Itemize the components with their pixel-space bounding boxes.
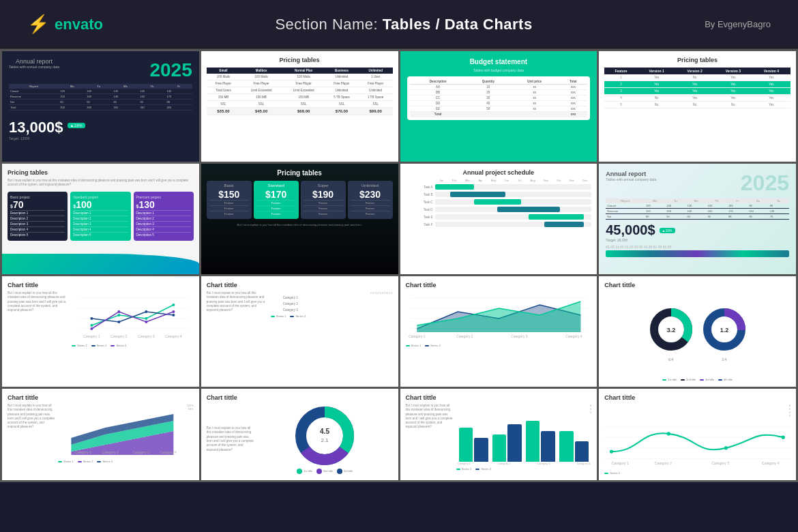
card-r2c4-table: ReportMoTuWeThFrSaSu Casual1201401301201… (606, 198, 789, 220)
card-r2c1: Pricing tables But I must explain to you… (2, 164, 199, 274)
svg-point-8 (90, 317, 93, 320)
svg-text:Category 3: Category 3 (132, 450, 149, 454)
card-r4c3-legend: Series 1 Series 2 (456, 467, 592, 471)
svg-point-5 (117, 314, 120, 316)
bar-row-1: Category 1 (271, 296, 393, 299)
card-r1c1-label: Target: 12000 (9, 136, 192, 141)
card-r2c3-chart: Jan Feb Mar Apr May Jun Jul Aug Sep Oct … (406, 179, 592, 229)
card-r4c2-chart: 4.5 2.1 1st title 2nd title 3rd title (257, 405, 393, 474)
card-r3c2-chart: 0.2 0.4 0.6 0.8 1.0 Category 1 Category … (271, 291, 393, 381)
card-r1c3: Budget statement Tables with budget comp… (400, 51, 597, 162)
card-r1c3-table: DescriptionQuantityUnit priceTotal AA10x… (410, 79, 588, 117)
card-r2c4-bignumber: 45,000$ (606, 222, 655, 238)
svg-point-14 (145, 321, 147, 323)
card-r3c2: Chart tittle But I must explain to you h… (201, 276, 398, 387)
svg-text:2.1: 2.1 (321, 437, 329, 443)
card-r2c3-title: Annual project schedule (406, 169, 592, 176)
card-r4c2: Chart tittle But I must explain to you h… (201, 389, 398, 480)
svg-point-53 (667, 432, 670, 435)
card-r2c2: Pricing tables Basic $150 Feature Featur… (201, 164, 398, 274)
plan-dark-unlimited: Unlimited $230 Feature Feature Feature (348, 181, 393, 219)
card-r1c4-table: FeatureVersion 1Version 2Version 3Versio… (604, 68, 790, 108)
smooth-line-chart: Category 1 Category 2 Category 3 Categor… (604, 419, 790, 467)
card-r4c1-title: Chart tittle (8, 394, 194, 401)
card-r3c4-donuts: 3.2 6.4 1.2 2.4 (604, 291, 790, 376)
card-r4c2-title: Chart tittle (207, 394, 393, 401)
svg-text:Category 4: Category 4 (165, 334, 182, 338)
plan-dark-super: Super $190 Feature Feature Feature (301, 181, 346, 219)
card-r1c1: Annual report Tables with annual company… (2, 51, 199, 162)
card-r1c1-subtitle: Tables with annual company data (9, 65, 59, 69)
svg-point-7 (172, 304, 175, 306)
gantt-row-6: Task F (406, 222, 592, 227)
teal-wave (2, 254, 199, 274)
donut-1: 3.2 6.4 (647, 306, 695, 361)
card-r1c2-title: Pricing tables (207, 57, 393, 63)
card-r1c1-table: ReportMoTuWeThFr Casual120140130120145 R… (9, 84, 192, 110)
svg-text:Category 3: Category 3 (138, 334, 155, 338)
card-r4c3-chart: 642 (456, 404, 592, 475)
svg-text:Category 4: Category 4 (160, 450, 177, 454)
card-r4c3-desc: But I must explain to you how all this m… (406, 404, 454, 475)
card-r1c3-title: Budget statement (407, 58, 591, 65)
line-chart-svg: Category 1 Category 2 Category 3 Categor… (72, 291, 194, 339)
svg-text:Category 4: Category 4 (762, 461, 780, 465)
col-group-3 (526, 421, 555, 462)
svg-text:Category 3: Category 3 (511, 334, 528, 338)
svg-marker-25 (417, 301, 580, 332)
svg-text:1.2: 1.2 (720, 327, 728, 334)
card-r1c2: Pricing tables EmailMailboxNormal PlanBu… (201, 51, 398, 162)
card-r1c3-subtitle: Tables with budget company data (407, 68, 591, 72)
svg-point-9 (117, 321, 120, 323)
title-bold: Tables / Data Charts (383, 16, 533, 33)
card-r2c4-timeline-bar (606, 250, 789, 257)
svg-text:Category 2: Category 2 (102, 450, 119, 454)
col-group-2 (492, 424, 522, 462)
svg-text:Category 1: Category 1 (74, 450, 91, 454)
bar-row-2: Category 2 (271, 302, 393, 306)
card-r3c1: Chart tittle But I must explain to you h… (2, 276, 199, 387)
plan-premium: Premium project $130 Description 1 Descr… (134, 192, 194, 241)
card-r3c3-legend: Series 1 Series 2 (406, 344, 592, 347)
svg-text:3.2: 3.2 (666, 327, 675, 334)
card-r1c3-table-wrap: DescriptionQuantityUnit priceTotal AA10x… (407, 76, 591, 120)
donut-2: 1.2 2.4 (700, 306, 748, 361)
plan-dark-standard: Standard $170 Feature Feature Feature (254, 181, 299, 219)
card-r4c3-title: Chart tittle (406, 394, 592, 401)
card-r3c2-title: Chart tittle (207, 282, 393, 289)
card-r4c4-title: Chart tittle (604, 394, 790, 401)
card-r1c1-title: Annual report (9, 58, 59, 65)
card-r2c4-badge: ▲ 16% (660, 228, 675, 233)
svg-text:Category 2: Category 2 (655, 461, 673, 465)
svg-text:Category 1: Category 1 (409, 334, 426, 338)
card-r3c4: Chart tittle 3.2 6.4 1.2 2.4 1st ti (599, 276, 796, 387)
svg-point-55 (782, 436, 785, 439)
card-r4c4: Chart tittle 8642 Category 1 Category 2 … (599, 389, 796, 480)
svg-text:Category 3: Category 3 (712, 461, 730, 465)
svg-point-10 (145, 310, 147, 313)
card-r2c4-label: Target: 26,000 (606, 238, 789, 242)
card-r2c4-subtitle: Tables with annual company data (606, 177, 656, 181)
card-r3c4-legend: 1st title 2nd title 3rd title 4th title (604, 378, 790, 381)
svg-point-6 (145, 317, 147, 320)
card-r3c2-desc: But I must explain to you how all this m… (207, 291, 268, 381)
svg-point-11 (172, 314, 175, 316)
card-r1c4: Pricing tables FeatureVersion 1Version 2… (599, 51, 796, 162)
card-r1c4-title: Pricing tables (604, 57, 790, 63)
area-chart-svg: Category 1 Category 2 Category 3 Categor… (406, 291, 592, 339)
card-r2c1-title: Pricing tables (8, 169, 194, 176)
svg-point-4 (90, 324, 93, 327)
card-r3c3: Chart tittle Category 1 Category 2 Categ… (400, 276, 597, 387)
svg-text:Category 1: Category 1 (83, 334, 100, 338)
card-r3c1-legend: Series 1 Series 2 Series 3 (72, 344, 194, 347)
card-r1c1-year: 2025 (149, 59, 192, 81)
svg-point-52 (610, 449, 613, 453)
card-r2c2-plans: Basic $150 Feature Feature Feature Stand… (207, 181, 393, 219)
gantt-row-2: Task B (406, 192, 592, 197)
plan-dark-basic: Basic $150 Feature Feature Feature (207, 181, 252, 219)
logo-text: envato (55, 16, 103, 33)
card-r2c4-title: Annual report (606, 171, 656, 177)
header-author: By EvgenyBagro (705, 19, 771, 29)
card-r3c2-legend: Series 1 Series 2 (271, 314, 393, 318)
card-r3c3-title: Chart tittle (406, 282, 592, 289)
